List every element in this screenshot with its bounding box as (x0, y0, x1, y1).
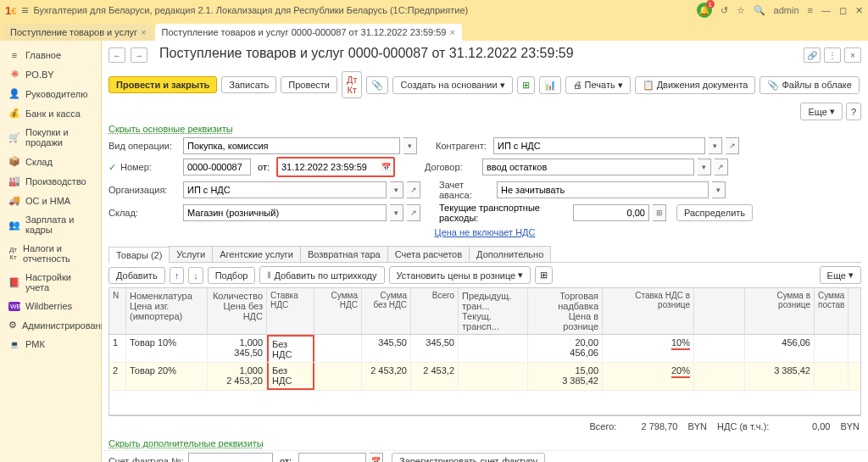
move-up-icon[interactable]: ↑ (170, 267, 185, 284)
calc-icon[interactable]: ⊞ (653, 204, 666, 221)
sidebar-item-settings[interactable]: 📕Настройки учета (0, 268, 101, 297)
number-input[interactable] (183, 159, 251, 175)
calendar-icon[interactable]: 📅 (380, 159, 393, 175)
invoice-date-input[interactable] (298, 453, 366, 462)
maximize-icon[interactable]: ◻ (839, 5, 847, 16)
tab-goods[interactable]: Товары (2) (108, 247, 170, 263)
excel-icon[interactable]: ⊞ (517, 76, 535, 94)
grid-toolbar: Добавить ↑ ↓ Подбор ⦀ Добавить по штрихк… (102, 263, 868, 287)
select-button[interactable]: Подбор (208, 267, 256, 284)
tab-agent[interactable]: Агентские услуги (212, 246, 301, 262)
transport-input[interactable] (573, 204, 649, 221)
minimize-icon[interactable]: — (821, 5, 831, 15)
advance-input[interactable] (497, 181, 709, 198)
tax-icon: ДтКт (8, 246, 18, 261)
sidebar-item-production[interactable]: 🏭Производство (0, 171, 101, 191)
history-icon[interactable]: ↺ (721, 5, 728, 16)
cloud-files-button[interactable]: 📎 Файлы в облаке (760, 76, 859, 94)
tab-additional[interactable]: Дополнительно (469, 246, 551, 262)
main-toolbar: Провести и закрыть Записать Провести ДтК… (102, 70, 868, 122)
print-button[interactable]: 🖨 Печать ▾ (565, 76, 631, 94)
save-button[interactable]: Записать (221, 76, 276, 93)
help-icon[interactable]: ? (846, 103, 861, 120)
invoice-number-input[interactable] (188, 453, 273, 462)
menu-icon[interactable]: ≡ (21, 3, 28, 17)
link-icon[interactable]: 🔗 (804, 47, 821, 63)
org-input[interactable] (183, 181, 387, 198)
dropdown-icon[interactable]: ▾ (698, 159, 711, 175)
warehouse-input[interactable] (183, 204, 387, 221)
sidebar-item-wildberries[interactable]: WBWildberries (0, 297, 101, 315)
distribute-button[interactable]: Распределить (676, 204, 753, 221)
dropdown-icon[interactable]: ▾ (403, 137, 417, 154)
search-icon[interactable]: 🔍 (754, 5, 765, 16)
horizontal-scrollbar[interactable] (108, 415, 861, 416)
open-icon[interactable]: ↗ (715, 159, 728, 175)
close-doc-icon[interactable]: × (844, 47, 861, 63)
sidebar-item-salary[interactable]: 👥Зарплата и кадры (0, 210, 101, 239)
more-header-icon[interactable]: ⋮ (824, 47, 841, 63)
open-icon[interactable]: ↗ (407, 204, 420, 221)
open-icon[interactable]: ↗ (726, 137, 739, 154)
dropdown-icon[interactable]: ▾ (390, 204, 403, 221)
attach-icon[interactable]: 📎 (366, 76, 388, 94)
wb-icon: WB (8, 302, 20, 311)
dropdown-icon[interactable]: ▾ (709, 137, 722, 154)
more-button[interactable]: Еще ▾ (800, 103, 842, 120)
sidebar-item-admin[interactable]: ⚙Администрирование (0, 315, 101, 335)
grid-row[interactable]: 2 Товар 20% 1,0002 453,20 Без НДС 2 453,… (109, 363, 860, 391)
close-window-icon[interactable]: ✕ (855, 5, 863, 16)
sidebar-item-director[interactable]: 👤Руководителю (0, 84, 101, 103)
op-type-select[interactable] (183, 137, 400, 154)
sidebar-item-assets[interactable]: 🚚ОС и НМА (0, 191, 101, 210)
post-close-button[interactable]: Провести и закрыть (108, 76, 217, 93)
tab-tare[interactable]: Возвратная тара (300, 246, 388, 262)
retail-prices-button[interactable]: Установить цены в рознице ▾ (389, 266, 531, 284)
posted-icon: ✓ (108, 162, 117, 173)
sidebar-item-main[interactable]: ≡Главное (0, 46, 101, 64)
forward-button[interactable]: → (131, 47, 147, 63)
tab-document[interactable]: Поступление товаров и услуг 0000-000087 … (155, 24, 462, 41)
grid-settings-icon[interactable]: ⊞ (535, 266, 553, 284)
register-invoice-button[interactable]: Зарегистрировать счет-фактуру (392, 453, 545, 462)
tab-list[interactable]: Поступление товаров и услуг× (3, 24, 153, 41)
barcode-button[interactable]: ⦀ Добавить по штрихкоду (259, 266, 384, 284)
sidebar-item-poby[interactable]: ❋PO.BY (0, 64, 101, 84)
contragent-input[interactable] (493, 137, 705, 154)
create-basis-button[interactable]: Создать на основании ▾ (392, 76, 512, 94)
nav-sidebar: ≡Главное ❋PO.BY 👤Руководителю 💰Банк и ка… (0, 41, 102, 462)
dropdown-icon[interactable]: ▾ (390, 181, 403, 198)
post-button[interactable]: Провести (281, 76, 337, 93)
grid-row[interactable]: 1 Товар 10% 1,000345,50 Без НДС 345,50 3… (109, 335, 860, 363)
people-icon: 👥 (8, 220, 20, 231)
sidebar-item-tax[interactable]: ДтКтНалоги и отчетность (0, 239, 101, 268)
sidebar-item-rmk[interactable]: 💻РМК (0, 335, 101, 353)
star-icon[interactable]: ☆ (737, 5, 745, 16)
contract-input[interactable] (482, 159, 694, 175)
toggle-main-req-link[interactable]: Скрыть основные реквизиты (102, 122, 868, 136)
report-icon[interactable]: 📊 (539, 76, 561, 94)
price-note-link[interactable]: Цена не включает НДС (435, 227, 536, 237)
open-icon[interactable]: ↗ (407, 181, 420, 198)
dropdown-icon[interactable]: ▾ (712, 181, 726, 198)
movements-button[interactable]: 📋 Движения документа (635, 76, 756, 94)
calendar-icon[interactable]: 📅 (370, 453, 383, 462)
grid-more-button[interactable]: Еще ▾ (820, 266, 861, 284)
detail-tabs: Товары (2) Услуги Агентские услуги Возвр… (108, 246, 861, 263)
tab-accounts[interactable]: Счета расчетов (387, 246, 470, 262)
back-button[interactable]: ← (108, 47, 125, 63)
move-down-icon[interactable]: ↓ (188, 267, 203, 284)
sidebar-item-buy-sell[interactable]: 🛒Покупки и продажи (0, 123, 101, 152)
close-icon[interactable]: × (449, 27, 454, 37)
settings-icon[interactable]: ≡ (808, 5, 813, 15)
tab-services[interactable]: Услуги (169, 246, 213, 262)
add-row-button[interactable]: Добавить (108, 267, 165, 284)
date-input[interactable] (278, 159, 380, 175)
dt-kt-icon[interactable]: ДтКт (342, 71, 363, 98)
toggle-extra-req-link[interactable]: Скрыть дополнительные реквизиты (102, 437, 868, 450)
notifications-icon[interactable]: 🔔1 (697, 3, 712, 18)
sidebar-item-warehouse[interactable]: 📦Склад (0, 152, 101, 171)
titlebar-right: 🔔1 ↺ ☆ 🔍 admin ≡ — ◻ ✕ (697, 3, 863, 18)
sidebar-item-bank[interactable]: 💰Банк и касса (0, 103, 101, 123)
close-icon[interactable]: × (141, 27, 146, 37)
